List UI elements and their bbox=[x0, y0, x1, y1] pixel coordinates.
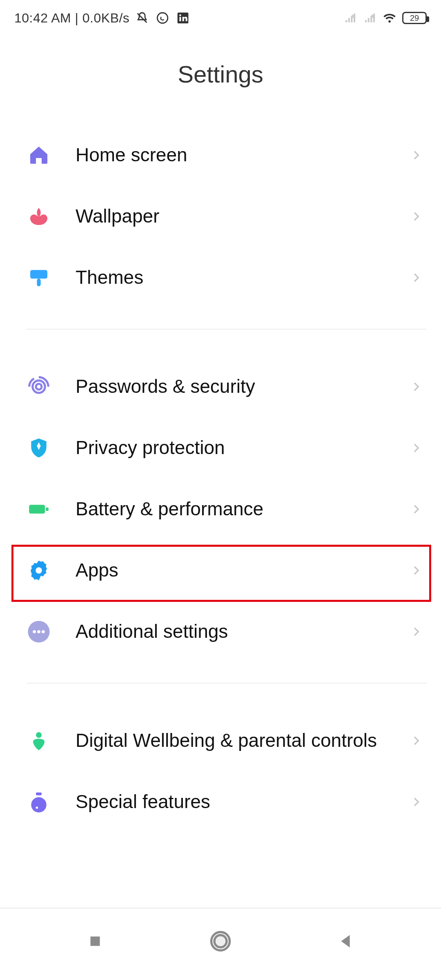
whatsapp-icon bbox=[156, 11, 169, 25]
svg-point-6 bbox=[36, 384, 42, 390]
chevron-right-icon bbox=[410, 734, 423, 747]
svg-rect-5 bbox=[37, 278, 40, 286]
settings-item-label: Privacy protection bbox=[76, 436, 410, 460]
chevron-right-icon bbox=[410, 564, 423, 577]
status-time: 10:42 AM | 0.0KB/s bbox=[14, 11, 129, 26]
svg-point-0 bbox=[158, 13, 168, 23]
svg-point-14 bbox=[42, 630, 45, 633]
settings-item-home-screen[interactable]: Home screen bbox=[14, 125, 427, 186]
settings-group: Passwords & security Privacy protection … bbox=[14, 352, 427, 666]
svg-point-21 bbox=[214, 935, 227, 947]
status-bar: 10:42 AM | 0.0KB/s bbox=[0, 0, 441, 36]
settings-item-label: Home screen bbox=[76, 143, 410, 167]
svg-point-10 bbox=[36, 567, 42, 573]
settings-item-label: Special features bbox=[76, 790, 410, 814]
brush-icon bbox=[24, 266, 53, 289]
signal-1-icon bbox=[343, 11, 357, 25]
svg-point-18 bbox=[36, 806, 38, 809]
status-bar-left: 10:42 AM | 0.0KB/s bbox=[14, 11, 190, 26]
svg-point-13 bbox=[37, 630, 40, 633]
settings-item-label: Digital Wellbeing & parental controls bbox=[76, 729, 410, 753]
nav-home-button[interactable] bbox=[206, 927, 235, 956]
settings-item-digital-wellbeing[interactable]: Digital Wellbeing & parental controls bbox=[14, 710, 427, 771]
heart-person-icon bbox=[24, 729, 53, 752]
settings-item-additional-settings[interactable]: Additional settings bbox=[14, 601, 427, 662]
svg-point-7 bbox=[33, 381, 45, 393]
settings-item-special-features[interactable]: Special features bbox=[14, 771, 427, 833]
battery-icon bbox=[24, 499, 53, 520]
svg-point-17 bbox=[31, 797, 46, 812]
settings-item-battery-performance[interactable]: Battery & performance bbox=[14, 479, 427, 540]
fingerprint-icon bbox=[24, 375, 53, 398]
chevron-right-icon bbox=[410, 625, 423, 638]
settings-item-label: Apps bbox=[76, 559, 410, 582]
silent-icon bbox=[135, 11, 149, 25]
chevron-right-icon bbox=[410, 441, 423, 454]
status-separator: | bbox=[71, 11, 82, 25]
svg-point-12 bbox=[33, 630, 36, 633]
page-title: Settings bbox=[0, 36, 441, 120]
settings-group: Digital Wellbeing & parental controls Sp… bbox=[14, 706, 427, 837]
signal-2-icon bbox=[363, 11, 377, 25]
svg-point-3 bbox=[179, 14, 181, 16]
battery-pct: 29 bbox=[410, 13, 419, 23]
svg-rect-2 bbox=[180, 17, 181, 21]
group-divider bbox=[27, 683, 427, 684]
nav-recent-button[interactable] bbox=[81, 927, 109, 956]
chevron-right-icon bbox=[410, 149, 423, 162]
settings-item-wallpaper[interactable]: Wallpaper bbox=[14, 186, 427, 247]
chevron-right-icon bbox=[410, 380, 423, 393]
wifi-icon bbox=[383, 11, 396, 25]
svg-rect-9 bbox=[46, 508, 49, 511]
svg-rect-8 bbox=[29, 505, 45, 514]
nav-back-button[interactable] bbox=[332, 927, 360, 956]
status-bar-right: 29 bbox=[343, 11, 427, 25]
home-icon bbox=[24, 144, 53, 167]
flask-icon bbox=[24, 791, 53, 813]
navigation-bar bbox=[0, 911, 441, 980]
settings-item-apps[interactable]: Apps bbox=[14, 540, 427, 601]
svg-point-15 bbox=[36, 732, 42, 738]
settings-item-privacy-protection[interactable]: Privacy protection bbox=[14, 417, 427, 479]
settings-item-label: Additional settings bbox=[76, 620, 410, 644]
settings-item-label: Battery & performance bbox=[76, 497, 410, 521]
svg-rect-16 bbox=[36, 793, 42, 795]
settings-group: Home screen Wallpaper Themes bbox=[14, 120, 427, 312]
svg-rect-19 bbox=[91, 937, 100, 946]
dots-icon bbox=[24, 620, 53, 644]
chevron-right-icon bbox=[410, 795, 423, 808]
bottom-divider bbox=[0, 908, 441, 909]
settings-item-label: Themes bbox=[76, 266, 410, 290]
settings-item-themes[interactable]: Themes bbox=[14, 247, 427, 308]
battery-indicator: 29 bbox=[402, 12, 427, 24]
status-netspeed: 0.0KB/s bbox=[82, 11, 130, 25]
linkedin-icon bbox=[176, 11, 190, 25]
group-divider bbox=[27, 329, 427, 330]
shield-icon bbox=[24, 437, 53, 459]
settings-item-passwords-security[interactable]: Passwords & security bbox=[14, 356, 427, 417]
chevron-right-icon bbox=[410, 210, 423, 223]
gear-icon bbox=[24, 559, 53, 582]
status-time-value: 10:42 AM bbox=[14, 11, 71, 25]
chevron-right-icon bbox=[410, 271, 423, 284]
settings-item-label: Wallpaper bbox=[76, 205, 410, 228]
settings-list: Home screen Wallpaper Themes Passwords &… bbox=[0, 120, 441, 837]
settings-item-label: Passwords & security bbox=[76, 375, 410, 399]
tulip-icon bbox=[24, 205, 53, 228]
svg-rect-4 bbox=[30, 270, 47, 278]
chevron-right-icon bbox=[410, 503, 423, 516]
